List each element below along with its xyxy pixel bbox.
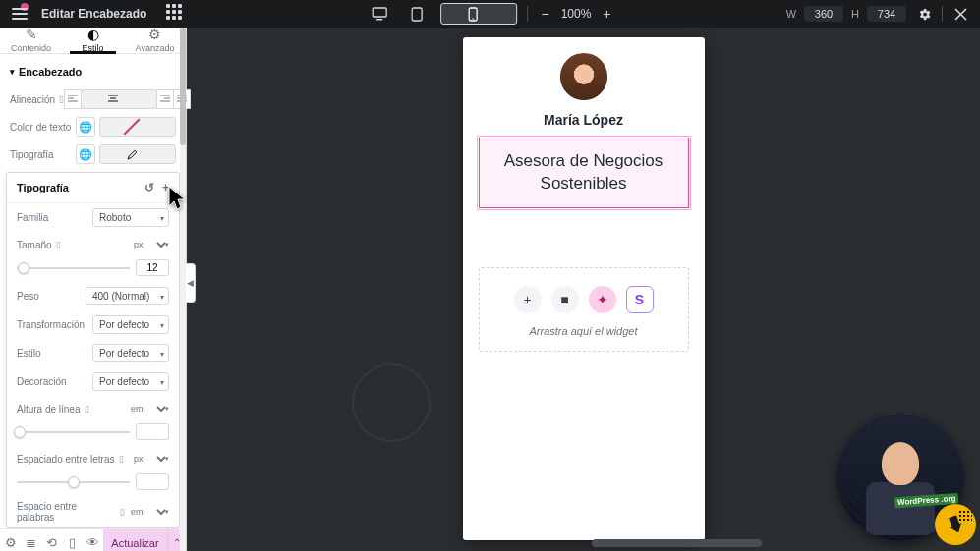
- svg-rect-1: [376, 19, 382, 21]
- folder-icon[interactable]: ■: [551, 286, 579, 313]
- width-input[interactable]: 360: [804, 6, 843, 22]
- transform-label: Transformación: [17, 319, 85, 330]
- responsive-icon[interactable]: ▯: [119, 454, 124, 464]
- mobile-device-button[interactable]: [440, 3, 517, 25]
- tab-style[interactable]: ◐Estilo: [62, 28, 124, 53]
- person-name[interactable]: María López: [544, 112, 623, 128]
- tablet-device-button[interactable]: [403, 3, 431, 25]
- size-slider[interactable]: [17, 261, 130, 275]
- top-bar: Editar Encabezado − 100% + W 360 H 734: [0, 0, 980, 28]
- globe-icon[interactable]: 🌐: [76, 144, 95, 164]
- section-heading[interactable]: Encabezado: [0, 54, 186, 85]
- typography-popover: Tipografía ↺ + FamiliaRoboto Tamaño▯px P…: [6, 172, 180, 528]
- text-color-label: Color de texto: [10, 122, 71, 133]
- svg-point-4: [472, 18, 474, 20]
- decoration-select[interactable]: Por defecto: [92, 372, 169, 391]
- decoration-label: Decoración: [17, 376, 67, 387]
- click-indicator-icon: [935, 504, 976, 545]
- size-input[interactable]: [136, 259, 169, 276]
- wordspacing-label: Espacio entre palabras: [17, 501, 116, 523]
- publish-button[interactable]: Actualizar: [103, 529, 166, 552]
- lineheight-input[interactable]: [136, 423, 169, 440]
- typography-edit-button[interactable]: [99, 144, 176, 164]
- letterspacing-label: Espaciado entre letras: [17, 454, 115, 465]
- zoom-in-button[interactable]: +: [599, 6, 614, 22]
- panel-footer: ⚙ ≣ ⟲ ▯ 👁 Actualizar ⌃: [0, 528, 186, 551]
- add-widget-button[interactable]: +: [514, 286, 542, 313]
- height-label: H: [851, 8, 859, 20]
- wordspacing-unit[interactable]: em: [125, 504, 169, 520]
- preview-icon[interactable]: 👁: [83, 529, 103, 552]
- drop-hint: Arrastra aquí el widget: [529, 325, 637, 337]
- close-icon[interactable]: [951, 4, 970, 24]
- lineheight-label: Altura de línea: [17, 404, 81, 414]
- ai-icon[interactable]: ✦: [589, 286, 616, 313]
- lineheight-slider[interactable]: [17, 425, 130, 439]
- tab-content[interactable]: ✎Contenido: [0, 28, 62, 53]
- selection-ring: [352, 363, 431, 442]
- align-label: Alineación: [10, 94, 55, 105]
- fontstyle-select[interactable]: Por defecto: [92, 344, 169, 362]
- page-title: Editar Encabezado: [41, 7, 146, 21]
- preview-frame: María López Asesora de Negocios Sostenib…: [463, 37, 705, 540]
- drop-zone[interactable]: + ■ ✦ S Arrastra aquí el widget: [479, 267, 689, 352]
- fontstyle-label: Estilo: [17, 348, 40, 358]
- svg-rect-2: [412, 8, 422, 21]
- transform-select[interactable]: Por defecto: [92, 315, 169, 334]
- reset-icon[interactable]: ↺: [144, 181, 154, 194]
- contrast-icon: ◐: [87, 28, 99, 41]
- responsive-icon[interactable]: ▯: [62, 529, 83, 552]
- typography-label: Tipografía: [10, 149, 54, 160]
- align-center-button[interactable]: [81, 89, 157, 109]
- page-settings-icon[interactable]: ⚙: [0, 529, 21, 552]
- weight-select[interactable]: 400 (Normal): [86, 287, 169, 305]
- heading-widget[interactable]: Asesora de Negocios Sostenibles: [479, 138, 689, 208]
- responsive-icon[interactable]: ▯: [59, 94, 64, 104]
- width-label: W: [786, 8, 796, 20]
- align-right-button[interactable]: [156, 89, 174, 109]
- letterspacing-input[interactable]: [136, 473, 169, 490]
- letterspacing-unit[interactable]: px: [128, 451, 169, 467]
- popover-title: Tipografía: [17, 182, 69, 193]
- size-label: Tamaño: [17, 240, 52, 250]
- editor-panel: ✎Contenido ◐Estilo ⚙Avanzado Encabezado …: [0, 28, 187, 551]
- widgets-grid-button[interactable]: [166, 4, 186, 24]
- s-icon[interactable]: S: [626, 286, 654, 313]
- letterspacing-slider[interactable]: [17, 475, 130, 489]
- tab-advanced[interactable]: ⚙Avanzado: [124, 28, 186, 53]
- size-unit-select[interactable]: px: [128, 237, 169, 252]
- menu-button[interactable]: [8, 2, 31, 26]
- zoom-out-button[interactable]: −: [538, 6, 553, 22]
- collapse-panel-button[interactable]: ◀: [186, 263, 196, 303]
- desktop-device-button[interactable]: [366, 3, 393, 25]
- align-left-button[interactable]: [64, 89, 82, 109]
- history-icon[interactable]: ⟲: [41, 529, 62, 552]
- family-label: Familia: [17, 212, 48, 223]
- svg-rect-0: [373, 8, 386, 17]
- responsive-icon[interactable]: ▯: [85, 404, 89, 413]
- canvas-scrollbar[interactable]: [393, 539, 960, 547]
- align-group: [64, 89, 191, 109]
- pencil-icon: ✎: [26, 28, 37, 41]
- settings-icon[interactable]: [914, 4, 934, 24]
- responsive-icon[interactable]: ▯: [56, 240, 61, 249]
- globe-icon[interactable]: 🌐: [76, 117, 95, 137]
- gear-icon: ⚙: [148, 28, 161, 41]
- weight-label: Peso: [17, 291, 39, 302]
- family-select[interactable]: Roboto: [92, 208, 169, 227]
- zoom-value: 100%: [561, 7, 592, 21]
- lineheight-unit[interactable]: em: [125, 401, 169, 416]
- height-input[interactable]: 734: [867, 6, 906, 22]
- color-none-button[interactable]: [99, 117, 176, 137]
- navigator-icon[interactable]: ≣: [21, 529, 41, 552]
- add-icon[interactable]: +: [162, 181, 169, 194]
- avatar[interactable]: [560, 53, 607, 100]
